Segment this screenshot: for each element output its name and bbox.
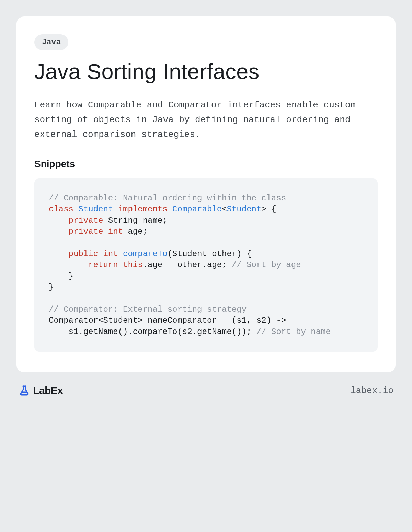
code-text: } <box>49 282 54 292</box>
code-comment: // Comparable: Natural ordering within t… <box>49 194 286 203</box>
flask-icon <box>19 385 30 396</box>
brand-logo: LabEx <box>19 385 63 396</box>
code-keyword: public <box>69 249 98 258</box>
code-keyword: private <box>69 227 103 236</box>
code-comment: // Sort by age <box>232 260 301 269</box>
code-function: compareTo <box>123 249 168 258</box>
code-keyword: implements <box>118 205 168 214</box>
snippets-heading: Snippets <box>34 159 378 170</box>
code-text: age; <box>123 227 148 236</box>
brand-name: LabEx <box>33 385 63 396</box>
code-keyword: this <box>123 260 143 269</box>
code-text: > { <box>261 205 276 214</box>
code-keyword: class <box>49 205 73 214</box>
code-keyword: return <box>88 260 118 269</box>
code-text: String <box>108 216 138 225</box>
code-comment: // Sort by name <box>256 327 331 336</box>
code-text: Comparator<Student> nameComparator = (s1… <box>49 316 286 325</box>
code-snippet: // Comparable: Natural ordering within t… <box>34 178 378 352</box>
code-keyword: private <box>69 216 103 225</box>
page-title: Java Sorting Interfaces <box>34 60 378 83</box>
code-keyword: int <box>108 227 123 236</box>
language-tag: Java <box>34 34 68 50</box>
code-type: Student <box>227 205 262 214</box>
code-text: name; <box>138 216 167 225</box>
code-text: } <box>49 271 73 281</box>
code-keyword: int <box>103 249 118 258</box>
code-text: (Student other) { <box>168 249 252 258</box>
code-text: .age - other.age; <box>143 260 232 269</box>
code-comment: // Comparator: External sorting strategy <box>49 305 247 314</box>
description-text: Learn how Comparable and Comparator inte… <box>34 98 378 142</box>
code-type: Comparable <box>172 205 222 214</box>
site-url: labex.io <box>351 385 393 396</box>
code-type: Student <box>78 205 113 214</box>
content-card: Java Java Sorting Interfaces Learn how C… <box>16 16 396 372</box>
code-text: s1.getName().compareTo(s2.getName()); <box>49 327 256 336</box>
page-footer: LabEx labex.io <box>16 385 396 396</box>
